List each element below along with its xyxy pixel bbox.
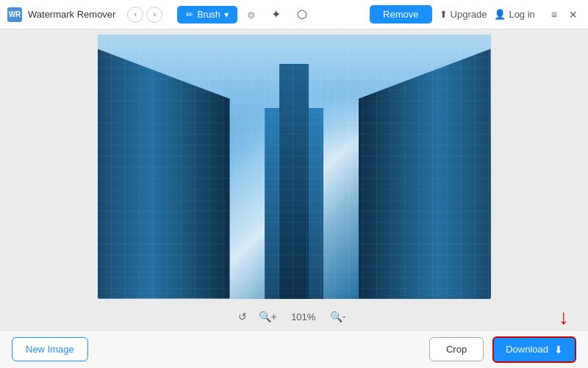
pin-tool-button[interactable]: ✦ — [265, 4, 287, 25]
brush-label: Brush — [197, 10, 220, 20]
main-image — [98, 35, 491, 299]
zoom-out-icon[interactable]: 🔍- — [326, 309, 351, 324]
toolbar-center: ✏ Brush ▾ ⌾ ✦ ⬡ — [177, 4, 312, 25]
erase-tool-button[interactable]: ⬡ — [291, 4, 313, 25]
close-button[interactable]: ✕ — [566, 7, 581, 22]
image-container — [98, 35, 491, 299]
upgrade-button[interactable]: ⬆ Upgrade — [440, 9, 487, 20]
download-arrow-indicator: ↓ — [559, 307, 569, 328]
brush-tool-button[interactable]: ✏ Brush ▾ — [177, 6, 237, 24]
title-bar: WR Watermark Remover ‹ › ✏ Brush ▾ ⌾ ✦ ⬡… — [0, 0, 588, 29]
app-logo: WR — [7, 7, 22, 22]
main-content: ↺ 🔍+ 101% 🔍- — [0, 29, 588, 330]
window-controls: ≡ ✕ — [548, 7, 581, 22]
rotate-icon[interactable]: ↺ — [238, 311, 247, 322]
download-wrapper: ↓ Download ⬇ — [492, 336, 576, 363]
zoom-in-icon[interactable]: 🔍+ — [254, 309, 282, 324]
brush-icon: ✏ — [186, 10, 193, 20]
download-icon: ⬇ — [554, 344, 563, 356]
grid-lines — [98, 35, 491, 299]
forward-button[interactable]: › — [146, 7, 162, 23]
crop-button[interactable]: Crop — [429, 337, 484, 361]
zoom-level: 101% — [289, 311, 318, 322]
new-image-button[interactable]: New Image — [12, 337, 88, 361]
login-icon: 👤 — [494, 9, 506, 20]
remove-button[interactable]: Remove — [370, 5, 431, 24]
zoom-bar: ↺ 🔍+ 101% 🔍- — [0, 303, 588, 330]
brush-dropdown-icon: ▾ — [224, 10, 229, 20]
nav-buttons: ‹ › — [127, 7, 162, 23]
bottom-bar: New Image Crop ↓ Download ⬇ — [0, 330, 588, 368]
app-title: Watermark Remover — [28, 9, 115, 20]
menu-button[interactable]: ≡ — [548, 7, 560, 22]
upgrade-icon: ⬆ — [440, 9, 448, 20]
lasso-icon: ⌾ — [248, 8, 255, 21]
upgrade-label: Upgrade — [451, 9, 487, 20]
login-button[interactable]: 👤 Log in — [494, 9, 534, 20]
login-label: Log in — [509, 9, 534, 20]
lasso-tool-button[interactable]: ⌾ — [242, 4, 261, 25]
download-button[interactable]: Download ⬇ — [492, 336, 576, 363]
download-label: Download — [506, 344, 548, 355]
back-button[interactable]: ‹ — [127, 7, 143, 23]
pin-icon: ✦ — [271, 8, 281, 21]
canvas-area — [0, 29, 588, 303]
title-bar-left: WR Watermark Remover ‹ › — [7, 7, 162, 23]
toolbar-right: Remove ⬆ Upgrade 👤 Log in ≡ ✕ — [370, 5, 581, 24]
erase-icon: ⬡ — [297, 8, 307, 21]
